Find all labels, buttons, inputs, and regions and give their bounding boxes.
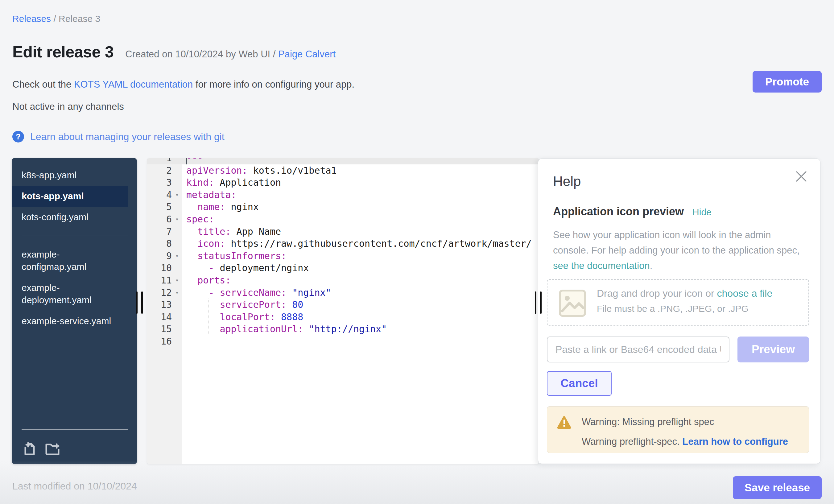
sidebar-file-kots-app.yaml[interactable]: kots-app.yaml (12, 186, 128, 207)
code-row: 4▾metadata: (147, 189, 539, 201)
code-row: 3kind: Application (147, 176, 539, 189)
fold-arrow-icon[interactable]: ▾ (172, 274, 182, 287)
promote-button[interactable]: Promote (752, 71, 822, 92)
line-number: 3 (147, 176, 172, 189)
sidebar-file-example-service.yaml[interactable]: example-service.yaml (12, 311, 128, 332)
created-text: Created on 10/10/2024 by Web UI / (125, 49, 278, 60)
sidebar-file-kots-config.yaml[interactable]: kots-config.yaml (12, 207, 128, 228)
title-row: Edit release 3 Created on 10/10/2024 by … (12, 43, 335, 61)
line-number: 12 (147, 287, 172, 299)
git-help-label: Learn about managing your releases with … (30, 131, 224, 143)
line-number: 15 (147, 323, 172, 335)
breadcrumb-releases-link[interactable]: Releases (12, 14, 51, 24)
line-number: 14 (147, 311, 172, 323)
breadcrumb-current: Release 3 (59, 14, 100, 24)
docs-line: Check out the KOTS YAML documentation fo… (12, 79, 354, 90)
sidebar-file-k8s-app.yaml[interactable]: k8s-app.yaml (12, 165, 128, 186)
code-line-text: applicationUrl: "http://nginx" (182, 324, 387, 334)
doc-link-line: see the documentation. (553, 258, 652, 273)
see-documentation-link[interactable]: see the documentation (553, 260, 650, 271)
code-row: 7 title: App Name (147, 225, 539, 238)
sidebar-bottom-divider (22, 429, 128, 430)
line-number: 2 (147, 165, 172, 177)
channel-status: Not active in any channels (12, 101, 124, 112)
warning-triangle-icon (557, 416, 571, 429)
line-number: 11 (147, 274, 172, 287)
icon-url-input[interactable] (547, 336, 729, 363)
line-number: 10 (147, 262, 172, 274)
line-number: 4 (147, 189, 172, 201)
icon-input-row: Preview (547, 336, 809, 363)
warning-title: Warning: Missing preflight spec (582, 416, 714, 428)
code-line-text: statusInformers: (182, 250, 287, 261)
line-number: 9 (147, 250, 172, 262)
code-row: 8 icon: https://raw.githubusercontent.co… (147, 238, 539, 250)
code-row: 9▾ statusInformers: (147, 250, 539, 262)
breadcrumb: Releases / Release 3 (12, 14, 100, 24)
sidebar-divider (22, 236, 128, 236)
sidebar-file-example-deployment.yaml[interactable]: example-deployment.yaml (12, 277, 128, 311)
image-placeholder-icon (558, 289, 586, 317)
fold-arrow-icon[interactable]: ▾ (172, 213, 182, 225)
release-editor-page: Releases / Release 3 Edit release 3 Crea… (0, 0, 834, 504)
dropzone-sub-text: File must be a .PNG, .JPEG, or .JPG (597, 304, 772, 314)
line-number: 7 (147, 225, 172, 238)
line-number: 13 (147, 299, 172, 311)
sidebar-actions (22, 441, 60, 456)
fold-arrow-icon[interactable]: ▾ (172, 287, 182, 299)
line-number: 6 (147, 213, 172, 225)
icon-preview-section-title: Application icon preview (553, 205, 684, 218)
right-pane-resize-handle[interactable] (535, 291, 542, 314)
code-row: 11▾ ports: (147, 274, 539, 287)
code-line-text: kind: Application (182, 177, 281, 188)
learn-how-to-configure-link[interactable]: Learn how to configure (682, 436, 788, 447)
code-row: 2apiVersion: kots.io/v1beta1 (147, 165, 539, 177)
code-line-text: - deployment/nginx (182, 262, 309, 273)
preview-button[interactable]: Preview (738, 336, 809, 363)
code-row: 5 name: nginx (147, 201, 539, 213)
code-line-text: title: App Name (182, 226, 281, 237)
help-title: Help (553, 174, 581, 189)
cancel-button[interactable]: Cancel (547, 371, 612, 396)
code-row: 14 localPort: 8888 (147, 311, 539, 323)
code-line-text: localPort: 8888 (182, 311, 303, 322)
close-icon[interactable] (795, 170, 808, 183)
file-sidebar: k8s-app.yamlkots-app.yamlkots-config.yam… (12, 158, 137, 464)
help-panel: Help Application icon preview Hide See h… (538, 158, 820, 464)
line-number: 1 (147, 158, 172, 165)
code-line-text: spec: (182, 214, 214, 224)
code-row: 13 servicePort: 80 (147, 299, 539, 311)
dropzone-main-text: Drag and drop your icon or (597, 288, 717, 299)
fold-arrow-icon[interactable]: ▾ (172, 250, 182, 262)
hide-link[interactable]: Hide (693, 207, 711, 217)
line-number: 8 (147, 238, 172, 250)
code-line-text: apiVersion: kots.io/v1beta1 (182, 165, 337, 176)
choose-file-link[interactable]: choose a file (717, 288, 773, 299)
line-number: 16 (147, 335, 172, 348)
docs-post-text: for more info on configuring your app. (193, 79, 354, 90)
left-pane-resize-handle[interactable] (136, 291, 144, 314)
created-info: Created on 10/10/2024 by Web UI / Paige … (125, 49, 335, 60)
question-mark-icon: ? (12, 131, 24, 143)
add-file-icon[interactable] (22, 441, 37, 456)
code-row: 16 (147, 335, 539, 348)
add-folder-icon[interactable] (45, 441, 60, 456)
code-line-text: ports: (182, 275, 231, 286)
sidebar-file-example-configmap.yaml[interactable]: example-configmap.yaml (12, 244, 128, 277)
preflight-warning-box: Warning: Missing preflight spec Warning … (547, 406, 809, 453)
yaml-editor[interactable]: 1---2apiVersion: kots.io/v1beta13kind: A… (147, 158, 539, 464)
code-line-text: servicePort: 80 (182, 299, 303, 310)
code-row: 1--- (147, 158, 539, 165)
help-section-row: Application icon preview Hide (553, 205, 711, 218)
code-line-text: name: nginx (182, 201, 259, 212)
fold-arrow-icon[interactable]: ▾ (172, 189, 182, 201)
created-author-link[interactable]: Paige Calvert (278, 49, 335, 60)
code-line-text: icon: https://raw.githubusercontent.com/… (182, 238, 532, 249)
icon-dropzone[interactable]: Drag and drop your icon or choose a file… (547, 279, 809, 326)
code-row: 10 - deployment/nginx (147, 262, 539, 274)
warning-detail-text: Warning preflight-spec. (582, 436, 682, 447)
git-help-link[interactable]: ? Learn about managing your releases wit… (12, 131, 224, 143)
code-line-text: metadata: (182, 190, 237, 200)
save-release-button[interactable]: Save release (733, 476, 822, 499)
kots-yaml-docs-link[interactable]: KOTS YAML documentation (74, 79, 193, 90)
